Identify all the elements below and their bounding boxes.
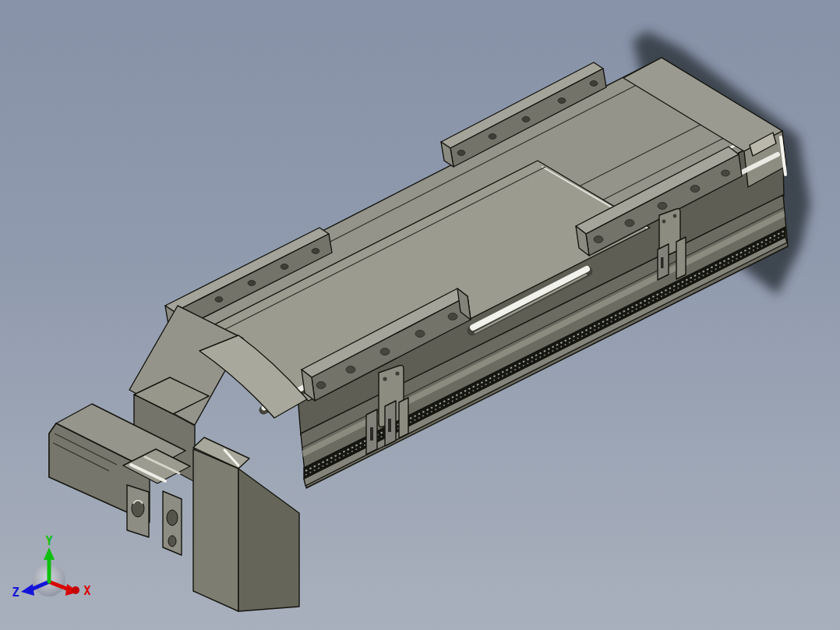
- z-axis-label: Z: [12, 586, 19, 600]
- y-axis-label: Y: [45, 534, 52, 548]
- x-axis-label: X: [83, 584, 90, 598]
- gearbox-flange-tabs: [127, 485, 182, 555]
- end-cover-block: [193, 437, 299, 611]
- cad-viewport[interactable]: Z X Y: [0, 0, 840, 630]
- orientation-triad[interactable]: Z X Y: [12, 534, 90, 600]
- 3d-scene[interactable]: Z X Y: [0, 0, 840, 630]
